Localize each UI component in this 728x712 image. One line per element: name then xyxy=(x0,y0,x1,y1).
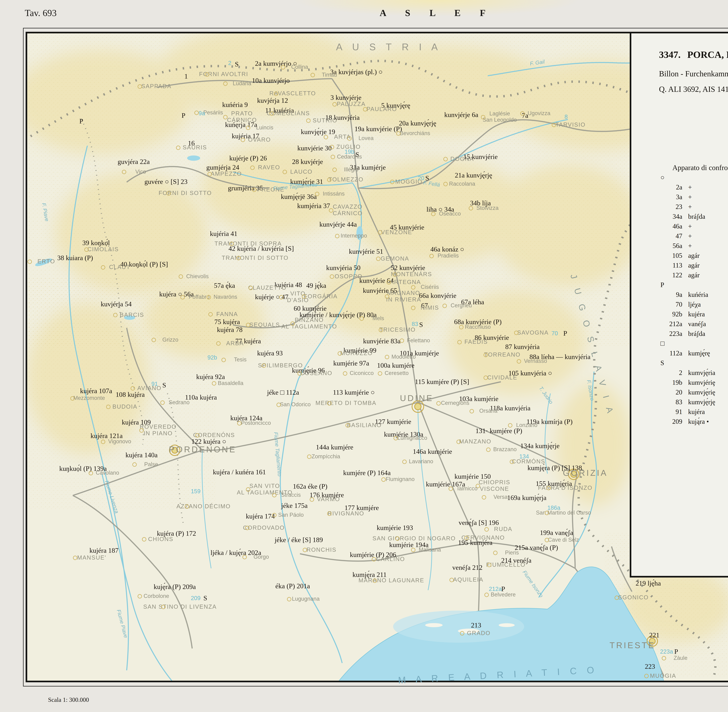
town-marker xyxy=(252,188,256,192)
place-label: MERETO DI TOMBA xyxy=(315,400,376,406)
apparato-row: 20kumvję́rię xyxy=(660,389,715,398)
town-marker xyxy=(381,478,386,482)
map-ref-number: 134 xyxy=(519,453,529,460)
map-point-label: P xyxy=(182,111,185,119)
map-point-label: 28 kuvjérje xyxy=(292,158,323,166)
map-point-label: 213 xyxy=(471,621,481,629)
map-ref-number: 9a xyxy=(198,110,205,116)
town-marker xyxy=(486,448,491,452)
town-marker xyxy=(484,375,488,380)
place-label: SAURIS xyxy=(183,144,207,151)
map-ref-number: 92b xyxy=(207,354,217,360)
map-point-label: 38 kuiara (P) xyxy=(57,254,93,262)
place-label: Laglésie San Leopoldo xyxy=(483,110,517,123)
place-label: TRAMONTI DI SOTTO xyxy=(222,254,289,261)
town-marker xyxy=(508,423,512,427)
map-point-label: jéke 175a xyxy=(281,501,308,509)
map-point-label: P xyxy=(79,117,83,125)
apparato-point-number: 2 xyxy=(660,369,682,377)
town-marker xyxy=(306,119,311,123)
map-point-label: kujéra 93 xyxy=(257,349,283,357)
place-label: Tesis xyxy=(234,356,247,363)
atlas-page: { "page": { "tav": "Tav. 693", "aslef": … xyxy=(0,0,728,712)
apparato-word: kumvję́rję xyxy=(688,398,715,406)
map-point-label: P xyxy=(674,648,678,656)
map-ref-number: 186a xyxy=(547,504,561,511)
town-marker xyxy=(241,138,245,142)
town-marker xyxy=(411,548,416,552)
place-label: PALUZZA xyxy=(337,101,365,107)
town-marker xyxy=(402,460,407,464)
town-marker xyxy=(442,304,447,308)
map-point-label: kunvjéria 50 xyxy=(326,264,361,271)
apparato-row: P xyxy=(660,281,715,291)
place-label: Sedrano xyxy=(169,399,189,405)
map-point-label: kunvjérie 51 xyxy=(349,248,383,255)
apparato-point-number: 2a xyxy=(660,183,682,191)
legend-title: 3347.PORCA, PASSATA xyxy=(659,49,728,60)
map-point-label: guvjéra 22a xyxy=(118,158,150,166)
map-label-layer: S2a kumvjérjo ○13a kuvjérjas (pl.) ○10a … xyxy=(0,0,728,712)
map-point-label: 122 kujéra ○ xyxy=(191,438,226,445)
place-label: UDINE xyxy=(400,393,434,403)
map-point-label: 144a kumjére xyxy=(316,443,353,451)
apparato-point-number: 91 xyxy=(660,408,682,415)
map-point-label: 3a kuvjérjas (pl.) ○ xyxy=(330,68,383,76)
place-label: Flumignano xyxy=(386,476,415,482)
place-label: Oseacco xyxy=(439,211,461,217)
map-point-label: S xyxy=(419,321,423,329)
place-label: Basaldella xyxy=(218,380,243,386)
apparato-row: 23+ xyxy=(660,203,715,213)
apparato-point-number: 3a xyxy=(660,193,682,201)
town-marker xyxy=(484,353,488,357)
place-label: SAN GIORGIO DI NOGARO xyxy=(373,535,456,541)
place-label: Modoletto xyxy=(392,353,416,360)
apparato-row: 105agár xyxy=(660,252,715,261)
place-label: Timau xyxy=(322,72,337,78)
place-label: Ceresetto xyxy=(385,370,409,376)
town-marker xyxy=(279,295,284,300)
place-label: CHIOPRIS VISCONE xyxy=(479,479,510,492)
place-label: CARLINO xyxy=(376,556,405,562)
town-marker xyxy=(315,192,319,196)
town-marker xyxy=(70,396,75,400)
apparato-point-number: 112a xyxy=(660,349,682,357)
place-label: Illégio xyxy=(344,166,358,172)
map-point-label: kujéra 92a xyxy=(196,373,225,381)
place-label: TOLMEZZO xyxy=(328,176,363,183)
town-marker xyxy=(113,313,117,317)
town-marker xyxy=(89,471,93,475)
town-marker xyxy=(277,403,281,407)
place-label: MUGGIA xyxy=(650,672,676,679)
town-marker xyxy=(372,557,376,561)
map-point-label: S xyxy=(162,381,166,389)
town-marker xyxy=(142,537,146,541)
place-label: CIVIDALE xyxy=(487,374,517,381)
town-marker xyxy=(297,371,302,376)
map-point-label: 131· kumjére (P) xyxy=(475,427,522,435)
map-point-label: 39 koŋkọ́l xyxy=(82,239,110,247)
town-marker xyxy=(337,352,342,356)
place-label: Racchiuso xyxy=(465,323,491,330)
town-marker xyxy=(194,111,199,115)
apparato-symbol: S xyxy=(660,359,682,367)
town-marker xyxy=(644,674,649,678)
map-point-label: 20a kunvję́rję xyxy=(399,119,436,127)
town-marker xyxy=(379,328,383,332)
apparato-row: □ xyxy=(660,340,715,349)
town-marker xyxy=(662,656,666,660)
apparato-word: agár xyxy=(688,271,715,279)
map-point-label: 10a kunvjérjo xyxy=(252,77,290,85)
town-marker xyxy=(138,85,142,89)
town-marker xyxy=(160,400,165,405)
place-label: GRADO xyxy=(467,630,491,636)
place-label: SAPPADA xyxy=(141,83,172,89)
town-marker xyxy=(482,495,486,500)
town-marker xyxy=(324,135,328,139)
map-point-label: gumjérja 24 xyxy=(206,163,239,171)
map-point-label: 221 xyxy=(649,631,660,639)
map-point-label: 19a kunvjérie (P) xyxy=(355,125,402,133)
place-label: RONCHIS xyxy=(306,546,336,553)
map-ref-number: 209 xyxy=(191,595,201,601)
place-label: Malisana xyxy=(419,546,441,553)
